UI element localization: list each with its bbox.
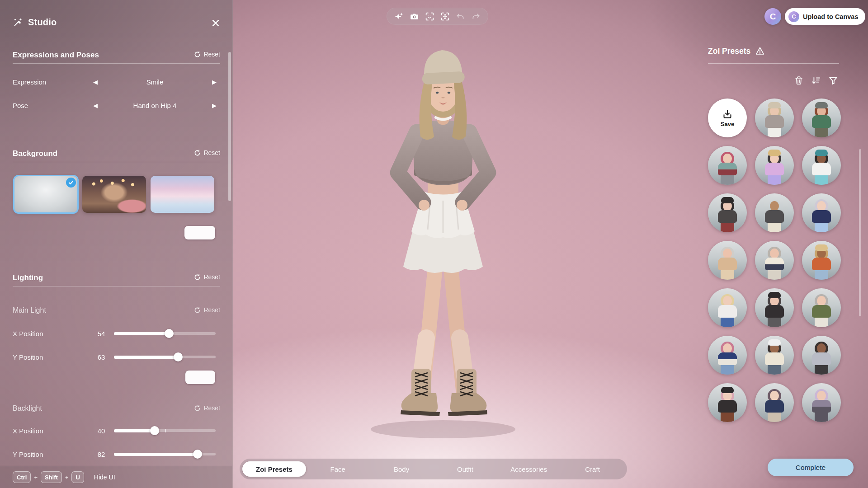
tab-body[interactable]: Body [370,461,434,477]
slider-handle[interactable] [193,450,202,459]
sort-icon[interactable] [810,75,822,86]
trash-icon[interactable] [793,75,805,86]
download-icon [722,108,733,119]
save-preset-button[interactable]: Save [708,99,747,137]
section-title-background: Background [13,149,57,158]
pose-label: Pose [13,102,90,109]
category-tab-bar: Zoi PresetsFaceBodyOutfitAccessoriesCraf… [240,459,627,479]
reset-expressions-button[interactable]: Reset [194,51,220,58]
preset-20-lavender-hair-sunglasses[interactable] [802,383,841,422]
character-figure [330,40,556,446]
camera-icon[interactable] [410,12,419,21]
presets-divider [708,63,839,64]
key-u: U [71,471,84,483]
upload-to-canvas-label: Upload to Canvas [803,13,858,20]
key-shift: Shift [41,471,62,483]
magic-wand-icon [13,18,23,28]
preset-12-blonde-curls-white[interactable] [708,288,747,327]
background-thumbnail-sky[interactable] [151,176,214,213]
preset-6-black-cap-dark[interactable] [708,193,747,232]
reset-main-light-button[interactable]: Reset [194,306,220,314]
backlight-title: Backlight [13,404,42,413]
tab-face[interactable]: Face [306,461,370,477]
presets-scrollbar[interactable] [859,149,861,316]
preset-5-teal-beanie-white[interactable] [802,146,841,185]
preset-3-pink-hair-teal[interactable] [708,146,747,185]
selected-check-icon [66,178,76,188]
pose-value: Hand on Hip 4 [101,102,208,109]
preset-19-purple-bob-oversized[interactable] [755,383,794,422]
canvas-app-icon[interactable]: C [764,8,781,25]
expression-row: Expression ◀ Smile ▶ [13,75,220,89]
reset-backlight-button[interactable]: Reset [194,404,220,412]
preset-18-black-cap-black[interactable] [708,383,747,422]
studio-panel: Studio Expressions and Poses Reset Expre… [0,0,233,488]
pose-prev-icon[interactable]: ◀ [90,99,101,111]
key-ctrl: Ctrl [13,471,31,483]
preset-1-beige-beanie-gray[interactable] [755,99,794,137]
reset-background-button[interactable]: Reset [194,149,220,156]
preset-tools [708,75,839,86]
slider-handle[interactable] [165,329,174,338]
preset-11-straw-hat-sunglasses[interactable] [802,241,841,280]
slider-track[interactable] [114,327,216,340]
close-icon[interactable] [209,16,222,30]
upload-to-canvas-button[interactable]: C Upload to Canvas [785,8,865,25]
preset-4-straw-hat-lavender[interactable] [755,146,794,185]
capture-toolbar [387,8,488,25]
pose-next-icon[interactable]: ▶ [208,99,220,111]
background-color-swatch[interactable] [184,226,215,239]
expression-prev-icon[interactable]: ◀ [90,76,101,88]
presets-title: Zoi Presets [708,47,750,56]
canvas-logo-glyph: C [770,12,776,22]
slider-track[interactable] [114,447,216,461]
preset-9-silver-hair-tan[interactable] [708,241,747,280]
preset-16-white-headphones-cream[interactable] [755,336,794,375]
slider-handle[interactable] [150,426,159,435]
hide-ui-label: Hide UI [94,474,115,481]
section-title-expressions: Expressions and Poses [13,51,99,60]
preset-10-cream-and-navy[interactable] [755,241,794,280]
main-light-color-swatch[interactable] [185,371,215,384]
body-capture-icon[interactable] [440,12,450,21]
slider-value: 63 [89,353,114,361]
complete-button[interactable]: Complete [768,459,854,476]
panel-scrollbar[interactable] [228,52,231,201]
ai-sparkle-icon[interactable] [394,12,404,21]
preset-14-gray-hair-olive[interactable] [802,288,841,327]
slider-label: X Position [13,330,89,338]
slider-label: X Position [13,427,89,435]
reset-lighting-button[interactable]: Reset [194,273,220,281]
undo-icon [456,12,465,21]
background-thumbnail-studio[interactable] [14,176,78,213]
tab-zoi-presets[interactable]: Zoi Presets [242,461,306,477]
canvas-mini-icon: C [788,11,799,22]
slider-label: Y Position [13,353,89,361]
character-model[interactable] [330,40,556,446]
slider-value: 54 [89,330,114,338]
face-capture-icon[interactable] [425,12,434,21]
tab-craft[interactable]: Craft [561,461,624,477]
tab-accessories[interactable]: Accessories [497,461,561,477]
slider-value: 40 [89,427,114,435]
preset-13-black-beret-black[interactable] [755,288,794,327]
expression-next-icon[interactable]: ▶ [208,76,220,88]
slider-value: 82 [89,450,114,458]
preset-2-gray-cap-green[interactable] [802,99,841,137]
background-thumbnail-room[interactable] [82,176,146,213]
preset-17-dark-curls-silver[interactable] [802,336,841,375]
slider-track[interactable] [114,350,216,364]
preset-7-shaved-head-sunglasses[interactable] [755,193,794,232]
slider-handle[interactable] [174,352,183,361]
warning-icon[interactable] [755,46,765,56]
section-title-lighting: Lighting [13,273,43,282]
expression-label: Expression [13,78,90,86]
save-label: Save [721,121,734,127]
slider-label: Y Position [13,450,89,458]
tab-outfit[interactable]: Outfit [433,461,497,477]
preset-15-pink-hair-navy[interactable] [708,336,747,375]
preset-8-silver-pigtails-navy[interactable] [802,193,841,232]
slider-row-y-position: Y Position63 [13,350,216,364]
filter-icon[interactable] [827,75,839,86]
slider-track[interactable] [114,424,216,437]
